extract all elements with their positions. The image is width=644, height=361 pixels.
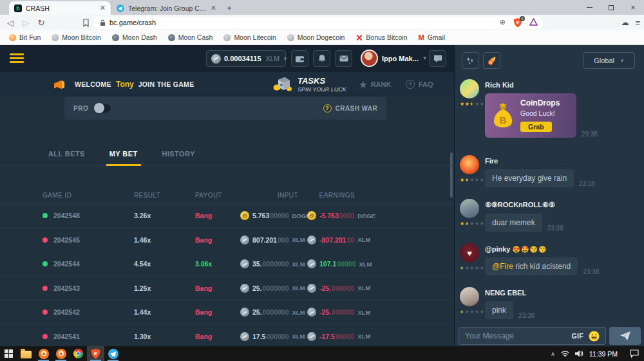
window-close-button[interactable]: ×: [622, 0, 644, 15]
chat-toggle-button[interactable]: [429, 50, 446, 67]
message-bubble: pink: [485, 301, 513, 319]
chevron-down-icon: ▼: [620, 58, 625, 64]
message-bubble: He everyday give rain: [485, 169, 574, 187]
chat-channel-selector[interactable]: Global ▼: [583, 52, 635, 69]
bookmark-moon-litecoin[interactable]: Moon Litecoin: [223, 33, 276, 41]
messages-envelope-button[interactable]: [335, 50, 352, 67]
earnings-amount: 107.100000XLM: [307, 259, 364, 268]
grab-button[interactable]: Grab: [520, 122, 552, 132]
avatar[interactable]: [460, 79, 479, 98]
bookmark-manager-icon[interactable]: [82, 19, 90, 27]
close-tab-icon[interactable]: ✕: [211, 5, 216, 12]
payout: Bang: [195, 284, 240, 292]
bookmark-moon-dogecoin[interactable]: Moon Dogecoin: [287, 33, 345, 41]
reload-icon[interactable]: ↻: [33, 18, 49, 28]
avatar[interactable]: [460, 287, 479, 306]
cloud-extension-icon[interactable]: ☁: [621, 18, 629, 27]
taskbar-file-explorer[interactable]: [17, 346, 35, 361]
wallet-button[interactable]: [291, 50, 308, 67]
tab-title: Telegram: Join Group Chat: [128, 5, 207, 12]
tab-telegram[interactable]: Telegram: Join Group Chat ✕: [111, 1, 222, 15]
telegram-icon: [108, 349, 118, 359]
browser-address-bar: ◁ ▷ ↻ bc.game/crash ⊕ 0: [0, 15, 644, 30]
bookmark-moon-cash[interactable]: Moon Cash: [168, 33, 213, 41]
gif-button[interactable]: GIF: [572, 332, 583, 340]
url-field[interactable]: bc.game/crash ⊕ 0: [93, 17, 543, 29]
taskbar-app-2[interactable]: [52, 346, 70, 361]
lock-icon: [100, 19, 106, 26]
send-message-button[interactable]: [609, 327, 641, 345]
windows-logo-icon: [5, 349, 14, 358]
pro-toggle[interactable]: [95, 104, 111, 113]
chat-input-box[interactable]: GIF: [459, 327, 606, 345]
bookmark-bonus-bitcoin[interactable]: Bonus Bitcoin: [355, 33, 407, 41]
table-row: 2042548 3.26x Bang Ð5.76300000DOGE Ð-5.7…: [0, 204, 454, 228]
brave-shield-icon[interactable]: 0: [513, 18, 522, 28]
taskbar-telegram[interactable]: [104, 346, 122, 361]
user-menu[interactable]: Ippo Mak... ▼: [361, 50, 428, 67]
start-button[interactable]: [0, 346, 17, 361]
tray-expand-icon[interactable]: ∧: [551, 351, 555, 357]
doge-coin-icon: Ð: [240, 211, 249, 220]
bets-tab-bar: ALL BETS MY BET HISTORY: [0, 143, 454, 166]
chevron-down-icon: ▼: [422, 55, 428, 61]
zoom-page-icon[interactable]: ⊕: [500, 18, 506, 26]
bookmark-bit-fun[interactable]: Bit Fun: [9, 33, 41, 41]
action-center-icon[interactable]: [630, 349, 639, 358]
balance-selector[interactable]: 0.00034115 XLM ▼: [206, 50, 286, 67]
username: Ippo Mak...: [382, 55, 419, 62]
message-input[interactable]: [465, 331, 567, 340]
game-id: 2042542: [53, 308, 80, 316]
site-menu-icon[interactable]: [10, 53, 24, 65]
tab-all-bets[interactable]: ALL BETS: [48, 150, 85, 165]
faq-link[interactable]: ? FAQ: [406, 80, 433, 89]
xlm-coin-icon: [307, 259, 316, 268]
tab-crash[interactable]: b CRASH ✕: [9, 1, 111, 15]
chat-message: ★★★★★★★★★★ Rich Kid B CoinDrops Good Luc…: [460, 79, 637, 138]
input-amount: 25.0000000XLM: [240, 284, 307, 293]
chat-message: ★★★★★★★★★★ NENG EBEL pink 23:38: [460, 287, 637, 319]
brave-rewards-triangle-icon[interactable]: [529, 18, 538, 26]
folder-icon: [21, 351, 32, 358]
bookmark-favicon: [223, 34, 231, 41]
close-tab-icon[interactable]: ✕: [100, 5, 106, 12]
taskbar-chrome[interactable]: [70, 346, 87, 361]
star-rating: ★★★★★★★★★★: [460, 101, 484, 107]
earnings-amount: -25.000000XLM: [307, 308, 364, 317]
tab-history[interactable]: HISTORY: [162, 150, 195, 165]
window-maximize-button[interactable]: [600, 0, 622, 15]
xlm-coin-icon: [240, 308, 249, 317]
wifi-icon[interactable]: [561, 351, 569, 357]
avatar[interactable]: [460, 199, 479, 218]
notifications-bell-button[interactable]: [313, 50, 330, 67]
forward-icon[interactable]: ▷: [18, 18, 33, 28]
back-icon[interactable]: ◁: [3, 18, 18, 28]
coindrop-fireball-button[interactable]: B: [483, 52, 500, 69]
column-header: PAYOUT: [195, 192, 240, 199]
rank-link[interactable]: ★ RANK: [359, 80, 391, 89]
taskbar-app-1[interactable]: [35, 346, 52, 361]
game-id: 2042544: [53, 260, 80, 268]
tab-my-bet[interactable]: MY BET: [109, 150, 138, 165]
new-tab-button[interactable]: +: [222, 3, 237, 15]
xlm-coin-icon: [240, 332, 249, 341]
avatar[interactable]: [460, 155, 479, 174]
tasks-link[interactable]: TASKS SPIN YOUR LUCK: [273, 76, 346, 93]
bookmark-moon-dash[interactable]: Moon Dash: [112, 33, 157, 41]
input-amount: 25.0000000XLM: [240, 308, 307, 317]
clock[interactable]: 11:39 PM: [589, 350, 618, 358]
game-status-dot: [43, 261, 48, 266]
result: 1.44x: [134, 308, 195, 316]
avatar[interactable]: ♥: [460, 243, 479, 263]
bookmark-gmail[interactable]: MGmail: [419, 33, 446, 41]
rain-button[interactable]: [462, 52, 479, 69]
bookmark-moon-bitcoin[interactable]: Moon Bitcoin: [52, 33, 101, 41]
emoji-picker-icon[interactable]: [589, 331, 600, 342]
browser-menu-icon[interactable]: ≡: [635, 18, 640, 28]
bookmark-favicon: [52, 34, 59, 41]
taskbar-brave[interactable]: [87, 346, 104, 361]
crash-war-link[interactable]: ? CRASH WAR: [323, 104, 377, 113]
tasks-subtitle: SPIN YOUR LUCK: [298, 86, 346, 93]
window-minimize-button[interactable]: [578, 0, 600, 15]
volume-icon[interactable]: [575, 350, 583, 357]
